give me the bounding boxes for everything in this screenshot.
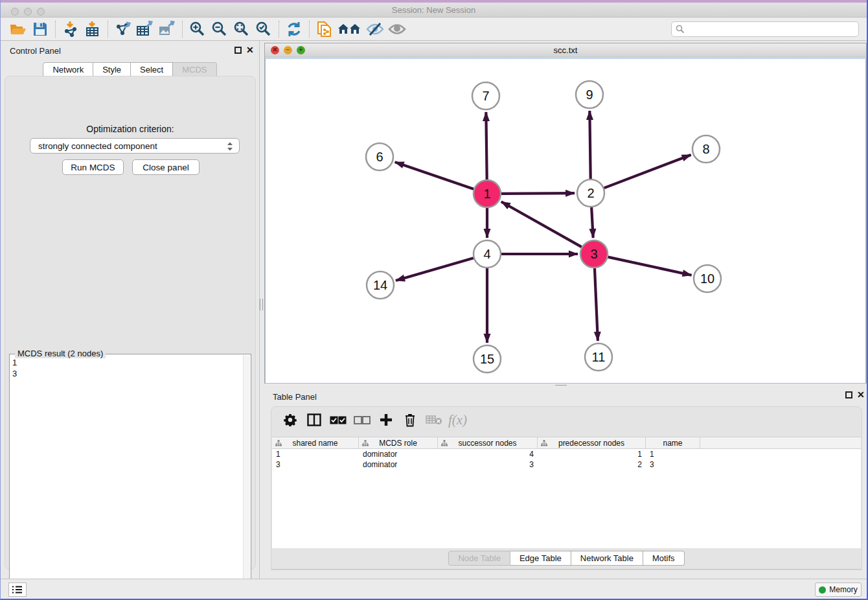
column-grip-icon (275, 440, 282, 446)
edge-2-9[interactable] (589, 111, 590, 179)
table-panel: Table Panel ✕ (264, 387, 868, 577)
tab-node-table[interactable]: Node Table (448, 551, 510, 566)
tab-style[interactable]: Style (93, 62, 131, 77)
table-card: f(x) shared nameMCDS rolesuccessor nodes… (271, 406, 862, 570)
tab-select[interactable]: Select (131, 62, 173, 77)
add-column-icon[interactable] (374, 410, 398, 430)
column-header-MCDS-role[interactable]: MCDS role (359, 437, 438, 448)
mcds-result-box: MCDS result (2 nodes) 1 3 (9, 354, 251, 599)
column-label: name (663, 439, 682, 448)
export-network-icon[interactable] (112, 20, 134, 38)
titlebar[interactable]: Session: New Session (1, 3, 867, 17)
result-scrollbar[interactable] (243, 355, 250, 597)
tab-motifs[interactable]: Motifs (643, 551, 685, 566)
list-icon (12, 585, 23, 594)
run-mcds-button[interactable]: Run MCDS (62, 159, 124, 175)
edge-3-10[interactable] (608, 257, 691, 275)
delete-icon[interactable] (398, 410, 422, 430)
table-close-panel-icon[interactable]: ✕ (857, 389, 865, 400)
gear-icon[interactable] (278, 410, 302, 430)
edge-1-7[interactable] (486, 112, 486, 179)
table-header-row: shared nameMCDS rolesuccessor nodesprede… (272, 437, 861, 449)
hide-selected-icon[interactable] (364, 20, 386, 38)
save-session-icon[interactable] (29, 20, 51, 38)
zoom-in-icon[interactable] (187, 20, 209, 38)
table-row-2[interactable]: 3dominator323 (272, 459, 861, 470)
table-row-1[interactable]: 1dominator411 (272, 449, 861, 459)
cell-predecessor-nodes[interactable]: 2 (538, 459, 646, 470)
tab-edge-table[interactable]: Edge Table (510, 551, 571, 566)
edge-2-3[interactable] (591, 207, 593, 238)
float-panel-icon[interactable] (234, 47, 242, 54)
edge-3-11[interactable] (595, 268, 598, 341)
zoom-out-icon[interactable] (209, 20, 231, 38)
edge-2-8[interactable] (604, 155, 691, 188)
table-float-panel-icon[interactable] (845, 391, 852, 398)
dropdown-stepper-icon (227, 141, 233, 154)
cell-shared-name[interactable]: 1 (272, 449, 359, 459)
function-builder-icon[interactable]: f(x) (446, 410, 470, 430)
application-window: Session: New Session (0, 0, 868, 600)
first-neighbors-icon[interactable] (336, 20, 364, 38)
table-tabs: Node TableEdge TableNetwork TableMotifs (271, 551, 862, 566)
node-label-4: 4 (483, 247, 490, 261)
cell-name[interactable]: 3 (646, 459, 700, 470)
edge-4-14[interactable] (396, 258, 474, 281)
cell-successor-nodes[interactable]: 3 (438, 459, 538, 470)
column-label: shared name (292, 439, 337, 448)
optimization-criterion-label: Optimization criterion: (5, 124, 255, 134)
vertical-splitter-handle[interactable] (260, 299, 263, 310)
cell-shared-name[interactable]: 3 (272, 459, 359, 470)
node-label-9: 9 (586, 87, 593, 102)
edge-1-2[interactable] (501, 193, 575, 194)
export-image-icon[interactable] (156, 20, 178, 38)
edge-3-1[interactable] (501, 202, 582, 247)
open-session-icon[interactable] (7, 20, 29, 38)
network-window-title: scc.txt (265, 45, 866, 55)
network-window-titlebar[interactable]: ✕ − + scc.txt (265, 43, 866, 58)
node-label-14: 14 (373, 278, 387, 292)
search-field[interactable] (671, 21, 859, 37)
zoom-selected-icon[interactable] (253, 20, 275, 38)
zoom-fit-icon[interactable] (231, 20, 253, 38)
close-panel-button[interactable]: Close panel (132, 159, 200, 175)
deselect-all-icon[interactable] (350, 410, 374, 430)
control-panel: Control Panel ✕ NetworkStyleSelectMCDS O… (1, 41, 260, 579)
table-panel-title: Table Panel (273, 392, 317, 402)
tab-network[interactable]: Network (43, 62, 93, 77)
export-table-icon[interactable] (134, 20, 156, 38)
refresh-icon[interactable] (283, 20, 305, 38)
delete-table-icon[interactable] (422, 410, 446, 430)
cell-name[interactable]: 1 (646, 449, 700, 459)
cell-MCDS-role[interactable]: dominator (359, 449, 438, 459)
search-input[interactable] (685, 24, 858, 34)
select-all-icon[interactable] (326, 410, 350, 430)
duplicate-network-icon[interactable] (314, 20, 336, 38)
cell-predecessor-nodes[interactable]: 1 (538, 449, 646, 459)
network-graph[interactable]: 1234678910111415 (266, 59, 865, 383)
column-header-name[interactable]: name (646, 437, 700, 448)
node-table[interactable]: shared nameMCDS rolesuccessor nodesprede… (272, 437, 861, 548)
import-network-icon[interactable] (60, 20, 82, 38)
memory-button[interactable]: Memory (815, 583, 862, 597)
optimization-criterion-select[interactable]: strongly connected component (30, 138, 240, 154)
column-header-successor-nodes[interactable]: successor nodes (438, 437, 538, 448)
column-grip-icon (441, 440, 448, 446)
window-title: Session: New Session (1, 5, 867, 15)
tab-network-table[interactable]: Network Table (571, 551, 643, 566)
control-panel-tabs: NetworkStyleSelectMCDS (1, 62, 259, 77)
column-header-shared-name[interactable]: shared name (272, 437, 359, 448)
close-panel-icon[interactable]: ✕ (246, 45, 254, 55)
column-header-predecessor-nodes[interactable]: predecessor nodes (538, 437, 646, 448)
split-columns-icon[interactable] (302, 410, 326, 430)
memory-label: Memory (829, 585, 857, 594)
import-table-icon[interactable] (82, 20, 104, 38)
network-canvas[interactable]: 1234678910111415 (265, 58, 866, 384)
cell-successor-nodes[interactable]: 4 (438, 449, 538, 459)
task-history-button[interactable] (8, 583, 27, 597)
edge-1-6[interactable] (395, 162, 474, 189)
cell-MCDS-role[interactable]: dominator (359, 459, 438, 470)
tab-mcds[interactable]: MCDS (173, 62, 216, 77)
mcds-result-text[interactable]: 1 3 (12, 357, 242, 595)
show-graphics-icon[interactable] (386, 20, 408, 38)
